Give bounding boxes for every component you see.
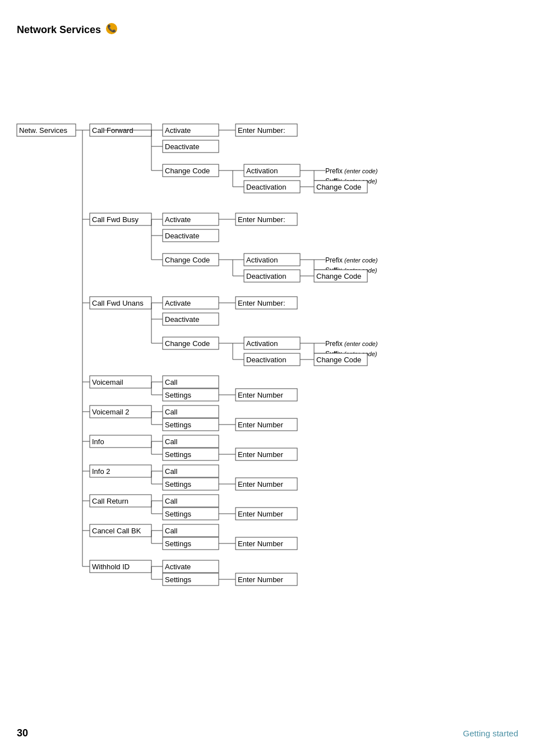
svg-text:Enter Number: Enter Number [238, 575, 284, 584]
svg-text:Enter Number:: Enter Number: [238, 215, 285, 224]
title-text: Network Services [17, 24, 101, 36]
svg-text:Enter Number:: Enter Number: [238, 299, 285, 307]
svg-text:Enter Number: Enter Number [238, 450, 284, 459]
svg-text:Settings: Settings [165, 575, 191, 584]
svg-text:Settings: Settings [165, 480, 191, 488]
svg-text:Enter Number: Enter Number [238, 421, 284, 429]
svg-text:Activate: Activate [165, 563, 191, 571]
svg-text:Call Return: Call Return [92, 497, 128, 505]
svg-text:Deactivation: Deactivation [246, 272, 287, 280]
svg-text:Activation: Activation [246, 339, 278, 348]
svg-text:Info 2: Info 2 [92, 467, 110, 476]
svg-text:Call: Call [165, 467, 178, 476]
svg-text:Activate: Activate [165, 299, 191, 307]
svg-text:Prefix (enter code): Prefix (enter code) [325, 167, 378, 175]
svg-text:Settings: Settings [165, 450, 191, 459]
svg-text:Call: Call [165, 378, 178, 386]
phone-icon: 📞 [105, 22, 118, 38]
svg-text:Change Code: Change Code [165, 256, 210, 264]
svg-text:Enter Number: Enter Number [238, 391, 284, 399]
svg-text:Enter Number:: Enter Number: [238, 126, 285, 135]
svg-text:Activation: Activation [246, 167, 278, 175]
page-label: Getting started [463, 729, 518, 738]
svg-text:Prefix (enter code): Prefix (enter code) [325, 340, 378, 348]
svg-text:Call: Call [165, 527, 178, 535]
svg-text:Call Fwd Unans: Call Fwd Unans [92, 299, 144, 307]
svg-text:Enter Number: Enter Number [238, 540, 284, 548]
svg-text:Enter Number: Enter Number [238, 510, 284, 518]
svg-text:Activate: Activate [165, 126, 191, 135]
page-number: 30 [17, 727, 28, 739]
svg-text:Change Code: Change Code [316, 272, 361, 280]
svg-text:📞: 📞 [107, 24, 117, 33]
svg-text:Deactivation: Deactivation [246, 183, 287, 191]
svg-text:Info: Info [92, 437, 104, 446]
svg-text:Deactivate: Deactivate [165, 142, 199, 151]
svg-text:Call: Call [165, 437, 178, 446]
svg-text:Change Code: Change Code [165, 167, 210, 175]
svg-text:Voicemail: Voicemail [92, 378, 123, 386]
svg-text:Settings: Settings [165, 510, 191, 518]
tree-diagram: Netw. Services Call Forward Activate Ent… [17, 51, 510, 601]
svg-text:Withhold ID: Withhold ID [92, 563, 130, 571]
svg-text:Change Code: Change Code [165, 339, 210, 348]
page-footer: 30 Getting started [17, 727, 518, 739]
svg-text:Deactivate: Deactivate [165, 232, 199, 240]
svg-text:Call Fwd Busy: Call Fwd Busy [92, 215, 139, 224]
svg-text:Deactivate: Deactivate [165, 315, 199, 324]
svg-text:Prefix (enter code): Prefix (enter code) [325, 256, 378, 264]
svg-text:Activate: Activate [165, 215, 191, 224]
svg-text:Voicemail 2: Voicemail 2 [92, 408, 129, 416]
svg-text:Deactivation: Deactivation [246, 356, 287, 364]
svg-text:Change Code: Change Code [316, 356, 361, 364]
svg-text:Activation: Activation [246, 256, 278, 264]
svg-text:Change Code: Change Code [316, 183, 361, 191]
svg-text:Settings: Settings [165, 391, 191, 399]
svg-text:Enter Number: Enter Number [238, 480, 284, 488]
svg-text:Cancel Call BK: Cancel Call BK [92, 527, 141, 535]
svg-text:Settings: Settings [165, 421, 191, 429]
svg-text:Settings: Settings [165, 540, 191, 548]
page-title: Network Services 📞 [17, 22, 518, 38]
svg-text:Netw. Services: Netw. Services [19, 126, 67, 135]
svg-text:Call: Call [165, 408, 178, 416]
svg-text:Call: Call [165, 497, 178, 505]
